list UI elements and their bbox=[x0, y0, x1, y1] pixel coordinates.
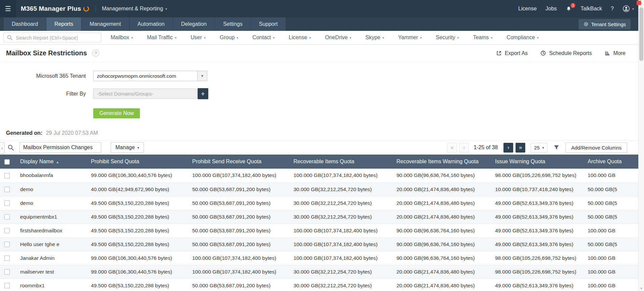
tab-automation[interactable]: Automation bbox=[129, 17, 173, 31]
cell-prohibit-send-receive-quota: 100.000 GB(107,374,182,400 bytes) bbox=[189, 265, 290, 279]
column-header-issue-warning-quota[interactable]: Issue Warning Quota bbox=[492, 155, 584, 169]
table-row: bhoobalanmfa99.000 GB(106,300,440,576 by… bbox=[0, 169, 644, 182]
report-quick-selector[interactable]: Mailbox Permission Changes bbox=[19, 142, 101, 153]
row-checkbox[interactable] bbox=[4, 283, 10, 288]
report-menu-compliance[interactable]: Compliance▾ bbox=[506, 35, 539, 41]
schedule-icon bbox=[540, 50, 546, 56]
cell-recoverable-items-warning-quota: 90.000 GB(96,636,764,160 bytes) bbox=[393, 251, 492, 265]
tenant-label: Microsoft 365 Tenant bbox=[0, 73, 86, 79]
context-switcher-menu[interactable]: Management & Reporting ▾ bbox=[102, 6, 167, 12]
scroll-down-arrow-icon[interactable]: ▼ bbox=[639, 286, 644, 291]
select-all-checkbox[interactable] bbox=[4, 159, 10, 165]
report-menu-onedrive[interactable]: OneDrive▾ bbox=[325, 35, 352, 41]
column-header-recoverable-items-warning-quota[interactable]: Recoverable Items Warning Quota bbox=[393, 155, 492, 169]
report-menu-mail-traffic[interactable]: Mail Traffic▾ bbox=[147, 35, 176, 41]
table-row: demo49.500 GB(53,150,220,288 bytes)50.00… bbox=[0, 196, 644, 210]
domains-groups-input[interactable] bbox=[93, 89, 197, 99]
column-label: Prohibit Send Quota bbox=[91, 159, 139, 164]
chevron-down-icon: ▾ bbox=[309, 36, 311, 40]
report-menu-mailbox[interactable]: Mailbox▾ bbox=[111, 35, 133, 41]
pagination-first-button[interactable]: « bbox=[447, 143, 457, 153]
table-body: bhoobalanmfa99.000 GB(106,300,440,576 by… bbox=[0, 169, 644, 291]
report-menu-yammer[interactable]: Yammer▾ bbox=[398, 35, 422, 41]
tab-settings[interactable]: Settings bbox=[215, 17, 251, 31]
user-menu[interactable]: ▾ bbox=[623, 5, 634, 12]
row-checkbox[interactable] bbox=[4, 228, 10, 233]
license-link[interactable]: License bbox=[518, 6, 537, 12]
cell-prohibit-send-receive-quota: 50.000 GB(53,687,091,200 bytes) bbox=[189, 237, 290, 251]
filter-row: Filter By + bbox=[0, 88, 644, 99]
column-header-archive-quota[interactable]: Archive Quota bbox=[584, 155, 644, 169]
tab-dashboard[interactable]: Dashboard bbox=[3, 17, 46, 31]
cell-prohibit-send-quota: 49.500 GB(53,150,220,288 bytes) bbox=[88, 237, 189, 251]
scrollbar-thumb[interactable] bbox=[639, 7, 643, 61]
checkbox-cell bbox=[0, 265, 17, 279]
cell-recoverable-items-quota: 30.000 GB(32,212,254,720 bytes) bbox=[290, 182, 393, 196]
report-menu-contact[interactable]: Contact▾ bbox=[253, 35, 275, 41]
tab-reports[interactable]: Reports bbox=[46, 17, 82, 31]
search-icon[interactable] bbox=[7, 144, 14, 151]
schedule-reports-label: Schedule Reports bbox=[549, 50, 592, 56]
tab-delegation[interactable]: Delegation bbox=[173, 17, 215, 31]
column-header-prohibit-send-quota[interactable]: Prohibit Send Quota bbox=[88, 155, 189, 169]
toolbar-right: « ‹ 1-25 of 38 › » 25 ▾ Add/Remove Colum… bbox=[445, 142, 627, 153]
tab-support[interactable]: Support bbox=[251, 17, 286, 31]
report-menu-teams[interactable]: Teams▾ bbox=[473, 35, 492, 41]
manage-button[interactable]: Manage ▾ bbox=[111, 142, 144, 153]
row-checkbox[interactable] bbox=[4, 173, 10, 178]
page-help-icon[interactable]: ? bbox=[92, 50, 99, 57]
generate-now-button[interactable]: Generate Now bbox=[93, 108, 140, 118]
column-header-display-name[interactable]: Display Name▲ bbox=[17, 155, 88, 169]
report-menu-license[interactable]: License▾ bbox=[289, 35, 311, 41]
row-checkbox[interactable] bbox=[4, 187, 10, 192]
jobs-link[interactable]: Jobs bbox=[545, 6, 557, 12]
page-size-select[interactable]: 25 ▾ bbox=[531, 143, 547, 153]
report-menu-security[interactable]: Security▾ bbox=[436, 35, 459, 41]
cell-prohibit-send-receive-quota: 50.000 GB(53,687,091,200 bytes) bbox=[189, 196, 290, 210]
schedule-reports-button[interactable]: Schedule Reports bbox=[540, 50, 592, 56]
user-avatar-icon bbox=[623, 5, 630, 12]
vertical-scrollbar[interactable]: ▲ ▼ bbox=[638, 0, 644, 291]
cell-prohibit-send-quota: 49.500 GB(53,150,220,288 bytes) bbox=[88, 196, 189, 210]
hamburger-menu-icon[interactable]: ☰ bbox=[0, 0, 16, 17]
report-criteria-form: Microsoft 365 Tenant zohocorpwsmopm.onmi… bbox=[0, 62, 644, 118]
row-checkbox[interactable] bbox=[4, 214, 10, 220]
generated-on-label: Generated on: bbox=[6, 130, 42, 136]
add-filter-button[interactable]: + bbox=[198, 88, 208, 99]
filter-icon[interactable] bbox=[553, 144, 559, 151]
chevron-down-icon: ▼ bbox=[197, 71, 207, 81]
talkback-link[interactable]: TalkBack bbox=[581, 6, 602, 12]
chevron-down-icon: ▾ bbox=[382, 36, 384, 40]
app-logo[interactable]: M365 Manager Plus bbox=[21, 5, 90, 12]
table-header-row: Display Name▲Prohibit Send QuotaProhibit… bbox=[0, 155, 644, 169]
report-menu-user[interactable]: User▾ bbox=[191, 35, 206, 41]
row-checkbox[interactable] bbox=[4, 200, 10, 206]
cell-prohibit-send-quota: 99.000 GB(106,300,440,576 bytes) bbox=[88, 251, 189, 265]
notifications-button[interactable]: 3 bbox=[566, 6, 572, 12]
cell-recoverable-items-warning-quota: 20.000 GB(21,474,836,480 bytes) bbox=[393, 210, 492, 224]
report-menu-skype[interactable]: Skype▾ bbox=[366, 35, 384, 41]
pagination-next-button[interactable]: › bbox=[503, 143, 513, 153]
table-row: Janakar Admin99.000 GB(106,300,440,576 b… bbox=[0, 251, 644, 265]
pagination-last-button[interactable]: » bbox=[516, 143, 525, 153]
help-button[interactable]: ? bbox=[611, 6, 614, 12]
tab-management[interactable]: Management bbox=[82, 17, 129, 31]
cell-display-name: demo bbox=[17, 196, 88, 210]
chevron-down-icon: ▾ bbox=[420, 36, 422, 40]
report-search-input[interactable] bbox=[3, 33, 101, 43]
more-button[interactable]: More bbox=[605, 50, 626, 56]
pagination-prev-button[interactable]: ‹ bbox=[459, 143, 469, 153]
report-menu-group[interactable]: Group▾ bbox=[220, 35, 238, 41]
cell-recoverable-items-quota: 30.000 GB(32,212,254,720 bytes) bbox=[290, 196, 393, 210]
row-checkbox[interactable] bbox=[4, 242, 10, 247]
collapse-panel-handle[interactable]: ‹ bbox=[0, 142, 5, 154]
tenant-select[interactable]: zohocorpwsmopm.onmicrosoft.com ▼ bbox=[93, 71, 207, 81]
export-as-button[interactable]: Export As bbox=[496, 50, 528, 56]
add-remove-columns-button[interactable]: Add/Remove Columns bbox=[566, 142, 627, 153]
cell-archive-quota: 50.000 GB(5 bbox=[584, 237, 644, 251]
row-checkbox[interactable] bbox=[4, 269, 10, 275]
column-header-prohibit-send-receive-quota[interactable]: Prohibit Send Receive Quota bbox=[189, 155, 290, 169]
tenant-settings-button[interactable]: Tenant Settings bbox=[579, 19, 631, 30]
row-checkbox[interactable] bbox=[4, 255, 10, 261]
column-header-recoverable-items-quota[interactable]: Recoverable Items Quota bbox=[290, 155, 393, 169]
